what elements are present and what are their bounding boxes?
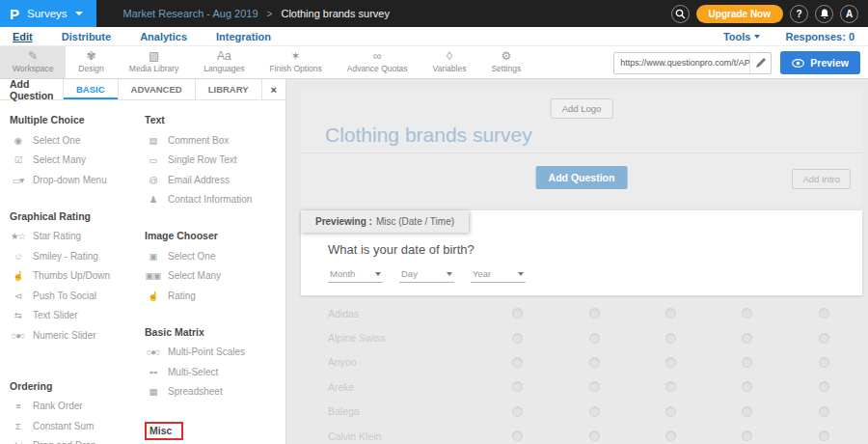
radio-button[interactable]	[589, 381, 600, 392]
breadcrumb-parent-link[interactable]: Market Research - Aug 2019	[123, 8, 258, 19]
radio-button[interactable]	[512, 381, 523, 392]
preview-button[interactable]: Preview	[780, 51, 860, 74]
radio-button[interactable]	[665, 430, 676, 441]
question-type-item[interactable]: ☺ Smiley - Rating	[10, 246, 145, 266]
question-type-item[interactable]: ◉ Select One	[10, 130, 145, 151]
radio-button[interactable]	[742, 381, 752, 392]
question-type-item[interactable]: ▣▣ Select Many	[145, 266, 285, 287]
radio-button[interactable]	[742, 333, 752, 344]
date-part-select[interactable]: Month	[328, 266, 383, 283]
toolbar-item[interactable]: ⚙ Settings	[478, 46, 533, 78]
radio-button[interactable]	[742, 406, 752, 417]
radio-button[interactable]	[742, 357, 752, 368]
question-type-item[interactable]: ▪▫▪ Multi-Select	[145, 362, 285, 382]
radio-button[interactable]	[819, 333, 829, 344]
question-type-item[interactable]: ▤ Comment Box	[145, 130, 285, 151]
question-type-item[interactable]: ★☆ Star Rating	[10, 227, 145, 247]
radio-button[interactable]	[589, 333, 600, 344]
radio-button[interactable]	[512, 357, 523, 368]
radio-button[interactable]	[665, 308, 676, 319]
radio-button[interactable]	[512, 333, 523, 344]
menubar-item[interactable]: Distribute	[62, 31, 111, 42]
question-type-item[interactable]: ⊲ Push To Social	[10, 286, 145, 306]
image-select-many-icon: ▣▣	[145, 271, 161, 281]
question-type-item[interactable]: ♟ Contact Information	[145, 190, 285, 210]
radio-button[interactable]	[665, 381, 676, 392]
radio-button[interactable]	[512, 430, 523, 441]
radio-button[interactable]	[819, 430, 829, 441]
radio-button[interactable]	[819, 381, 829, 392]
smiley-icon: ☺	[10, 252, 26, 262]
brand-label: Balega	[301, 405, 479, 417]
radio-button[interactable]	[589, 308, 600, 319]
add-logo-button[interactable]: Add Logo	[551, 98, 613, 119]
responses-count[interactable]: Responses: 0	[785, 31, 854, 42]
menubar-item[interactable]: Edit	[13, 31, 33, 42]
question-type-item[interactable]: @ Email Address	[145, 170, 285, 190]
question-type-item[interactable]: ○●○ Multi-Point Scales	[145, 343, 285, 363]
question-type-item[interactable]: Σ Constant Sum	[10, 416, 145, 436]
toolbar-item[interactable]: ▧ Media Library	[117, 46, 192, 78]
question-type-item[interactable]: ▭▾ Drop-down Menu	[10, 170, 145, 190]
radio-button[interactable]	[665, 406, 676, 417]
select-many-icon: ☑	[10, 155, 26, 165]
question-type-item[interactable]: ☝ Rating	[145, 286, 285, 306]
question-type-item[interactable]: ⇆ Text Slider	[10, 306, 145, 326]
panel-tab[interactable]: BASIC	[63, 79, 118, 99]
toolbar-item[interactable]: Aa Languages	[191, 46, 257, 78]
close-icon[interactable]: ×	[261, 79, 285, 99]
radio-button[interactable]	[742, 430, 752, 441]
toolbar-item[interactable]: ◊ Variables	[420, 46, 479, 78]
radio-button[interactable]	[819, 406, 829, 417]
matrix-row: Anyoo	[301, 350, 862, 375]
survey-title[interactable]: Clothing brands survey	[325, 124, 532, 147]
question-type-item[interactable]: ▦ Spreadsheet	[145, 382, 285, 402]
radio-button[interactable]	[512, 406, 523, 417]
previewing-value: Misc (Date / Time)	[376, 216, 454, 227]
date-part-select[interactable]: Day	[399, 266, 454, 283]
radio-button[interactable]	[819, 357, 829, 368]
panel-tab[interactable]: ADVANCED	[118, 79, 195, 99]
radio-button[interactable]	[665, 333, 676, 344]
toolbar-item[interactable]: ∞ Advance Quotas	[335, 46, 420, 78]
question-type-label: Multi-Point Scales	[168, 347, 245, 357]
radio-button[interactable]	[742, 308, 752, 319]
radio-button[interactable]	[819, 308, 829, 319]
survey-url-value[interactable]: https://www.questionpro.com/t/APNrfZ	[614, 58, 749, 68]
question-type-item[interactable]: ☑ Select Many	[10, 151, 145, 171]
question-type-item[interactable]: ▣ Select One	[145, 246, 285, 266]
radio-button[interactable]	[512, 308, 523, 319]
toolbar-item[interactable]: ✎ Workspace	[0, 46, 66, 78]
question-type-item[interactable]: ☝ Thumbs Up/Down	[10, 266, 145, 287]
question-type-item[interactable]: ⇲ Drag and Drop	[10, 436, 145, 444]
thumbs-up-down-icon: ☝	[10, 271, 26, 281]
tools-menu[interactable]: Tools	[723, 31, 761, 42]
radio-button[interactable]	[665, 357, 676, 368]
date-part-select[interactable]: Year	[471, 266, 526, 283]
question-type-item[interactable]: ≡ Rank Order	[10, 397, 145, 417]
search-button[interactable]	[671, 5, 690, 23]
radio-button[interactable]	[589, 406, 600, 417]
toolbar-item-label: Languages	[203, 64, 244, 73]
question-type-label: Multi-Select	[168, 367, 218, 377]
add-question-button[interactable]: Add Question	[536, 166, 628, 189]
toolbar-item[interactable]: ✶ Finish Options	[257, 46, 334, 78]
notifications-button[interactable]	[815, 5, 833, 23]
upgrade-now-button[interactable]: Upgrade Now	[696, 5, 783, 23]
avatar[interactable]: A	[840, 5, 858, 23]
menubar-item[interactable]: Integration	[216, 31, 271, 42]
help-button[interactable]: ?	[790, 5, 808, 23]
chevron-down-icon	[75, 12, 83, 15]
toolbar-item[interactable]: ✾ Design	[66, 46, 116, 78]
radio-button[interactable]	[589, 430, 600, 441]
edit-url-button[interactable]	[749, 53, 771, 73]
panel-tab[interactable]: LIBRARY	[195, 79, 261, 99]
menubar-item[interactable]: Analytics	[140, 31, 187, 42]
chevron-down-icon	[447, 272, 452, 276]
question-type-item[interactable]: ▭ Single Row Text	[145, 151, 285, 171]
add-intro-button[interactable]: Add Intro	[792, 169, 851, 189]
section-heading: Basic Matrix	[145, 326, 285, 338]
radio-button[interactable]	[589, 357, 600, 368]
surveys-app-menu[interactable]: P Surveys	[0, 0, 96, 27]
question-type-item[interactable]: ○●○ Numeric Slider	[10, 325, 145, 346]
